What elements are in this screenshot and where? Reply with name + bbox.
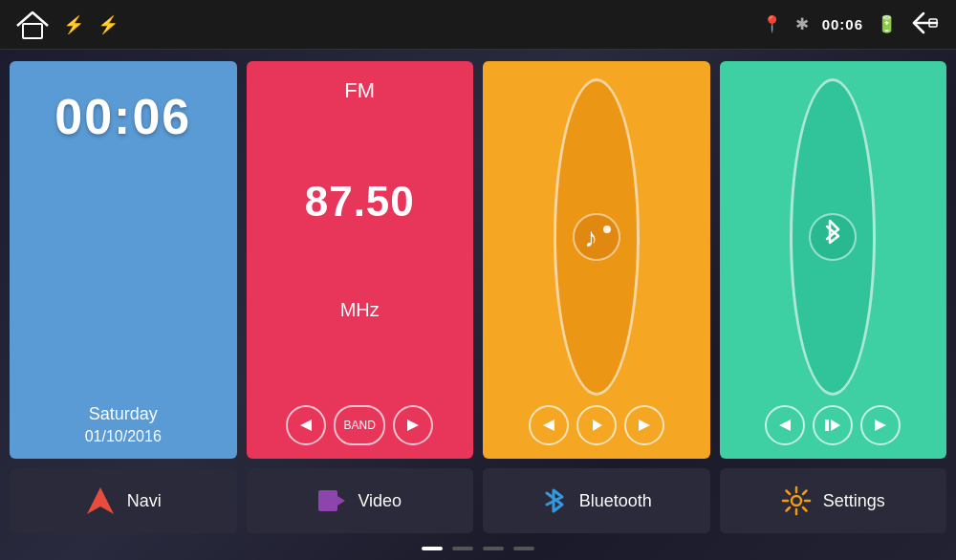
music-card[interactable]: ♪ (483, 61, 710, 459)
bt-playpause-button[interactable] (813, 405, 853, 445)
settings-button[interactable]: Settings (720, 468, 947, 533)
svg-marker-3 (407, 420, 419, 431)
music-circle: ♪ (554, 78, 640, 396)
fm-frequency: 87.50 (305, 178, 415, 226)
fm-label: FM (344, 78, 375, 103)
main-content: 00:06 Saturday 01/10/2016 FM 87.50 MHz B… (0, 50, 956, 560)
settings-label: Settings (823, 491, 885, 511)
bluetooth-circle (790, 78, 876, 396)
navi-button[interactable]: Navi (10, 468, 237, 533)
svg-marker-15 (87, 487, 114, 514)
fm-prev-button[interactable] (286, 405, 326, 445)
bluetooth-nav-icon (541, 485, 568, 516)
svg-point-18 (792, 496, 801, 506)
band-label: BAND (344, 419, 376, 432)
usb1-icon: ⚡ (63, 14, 84, 35)
page-dot-1[interactable] (422, 547, 443, 550)
home-icon[interactable] (15, 11, 50, 39)
fm-next-button[interactable] (393, 405, 433, 445)
back-button[interactable] (910, 10, 941, 40)
status-left: ⚡ ⚡ (15, 11, 119, 39)
svg-rect-16 (318, 490, 337, 511)
svg-rect-12 (825, 420, 829, 431)
svg-rect-0 (23, 24, 42, 38)
bt-controls (765, 405, 901, 445)
fm-band-button[interactable]: BAND (334, 405, 385, 445)
status-time: 00:06 (822, 16, 863, 32)
settings-icon (781, 485, 812, 516)
svg-marker-9 (639, 420, 650, 431)
svg-marker-7 (543, 420, 554, 431)
navi-label: Navi (127, 491, 162, 511)
music-play-button[interactable] (576, 405, 617, 445)
bluetooth-status-icon: ✱ (795, 14, 809, 34)
status-right: 📍 ✱ 00:06 🔋 (762, 10, 941, 40)
svg-marker-2 (300, 420, 312, 431)
navigation-icon (85, 485, 116, 516)
svg-marker-17 (337, 496, 345, 506)
svg-marker-13 (831, 420, 840, 431)
bluetooth-card[interactable] (720, 61, 947, 459)
music-next-button[interactable] (624, 405, 664, 445)
bluetooth-nav-label: Bluetooth (579, 491, 652, 511)
video-label: Video (358, 491, 402, 511)
bt-prev-button[interactable] (765, 405, 805, 445)
bottom-nav-row: Navi Video Bluetooth Settings (10, 468, 946, 533)
usb2-icon: ⚡ (98, 14, 119, 35)
svg-marker-14 (875, 420, 886, 431)
bluetooth-nav-button[interactable]: Bluetooth (483, 468, 710, 533)
clock-time: 00:06 (54, 88, 191, 145)
clock-date: 01/10/2016 (85, 428, 162, 445)
fm-card[interactable]: FM 87.50 MHz BAND (247, 61, 474, 459)
status-bar: ⚡ ⚡ 📍 ✱ 00:06 🔋 (0, 0, 956, 50)
video-icon (317, 488, 346, 513)
bt-next-button[interactable] (860, 405, 901, 445)
music-controls (529, 405, 664, 445)
svg-point-10 (810, 214, 856, 260)
svg-marker-8 (593, 420, 602, 431)
svg-text:♪: ♪ (584, 223, 598, 252)
svg-point-6 (603, 226, 611, 233)
video-button[interactable]: Video (247, 468, 474, 533)
page-indicators (10, 543, 946, 552)
page-dot-2[interactable] (452, 547, 473, 550)
page-dot-4[interactable] (513, 547, 534, 550)
battery-icon: 🔋 (877, 14, 897, 34)
clock-day: Saturday (85, 404, 162, 424)
cards-row: 00:06 Saturday 01/10/2016 FM 87.50 MHz B… (10, 61, 946, 459)
fm-unit: MHz (340, 299, 380, 321)
svg-marker-11 (779, 420, 791, 431)
clock-card[interactable]: 00:06 Saturday 01/10/2016 (10, 61, 237, 459)
fm-controls: BAND (286, 405, 433, 445)
clock-date-info: Saturday 01/10/2016 (85, 404, 162, 445)
page-dot-3[interactable] (483, 547, 504, 550)
location-icon: 📍 (762, 14, 782, 34)
music-prev-button[interactable] (529, 405, 569, 445)
